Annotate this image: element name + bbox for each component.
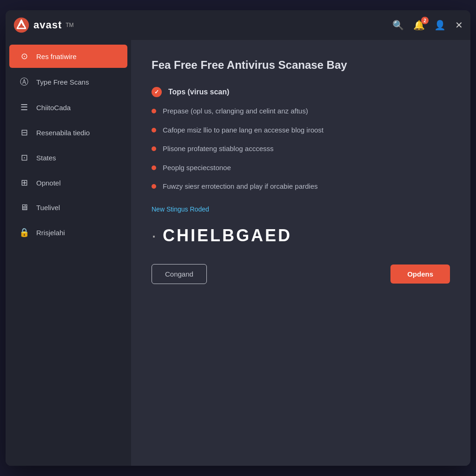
upgrade-badge: · CHIELBGAED xyxy=(152,226,450,245)
close-icon[interactable]: ✕ xyxy=(455,20,463,31)
content-area: Fea Free Free Antivirus Scanase Bay ✓ To… xyxy=(131,40,470,466)
sidebar-label-5: Opnotel xyxy=(36,179,61,187)
check-bullet: ✓ xyxy=(152,87,162,97)
dot-bullet-2 xyxy=(152,146,156,151)
sidebar-item-res-fnatiwire[interactable]: ⊙ Res fnatiwire xyxy=(9,45,127,68)
sidebar-label-1: Type Free Scans xyxy=(36,78,89,86)
sidebar-icon-7: 🔒 xyxy=(19,227,30,238)
notifications-icon[interactable]: 🔔 2 xyxy=(413,20,425,31)
sidebar-label-3: Resenabila tiedio xyxy=(36,129,90,137)
feature-item-0: Prepase (opl us, crlanging and celint an… xyxy=(152,106,450,117)
sidebar-item-rrisjelahi[interactable]: 🔒 Rrisjelahi xyxy=(9,221,127,244)
top-feature-label: Tops (virus scan) xyxy=(168,86,229,98)
sidebar-item-tuelivel[interactable]: 🖥 Tuelivel xyxy=(9,196,127,219)
primary-button[interactable]: Opdens xyxy=(390,264,450,284)
upgrade-badge-text: CHIELBGAED xyxy=(163,226,292,245)
app-window: avast TM 🔍 🔔 2 👤 ✕ ⊙ Res fnatiwire Ⓐ Typ… xyxy=(6,10,470,466)
sidebar-label-7: Rrisjelahi xyxy=(36,229,65,237)
feature-list: ✓ Tops (virus scan) Prepase (opl us, crl… xyxy=(152,86,450,192)
dot-bullet-0 xyxy=(152,109,156,113)
top-feature-item: ✓ Tops (virus scan) xyxy=(152,86,450,98)
sidebar-item-opnotel[interactable]: ⊞ Opnotel xyxy=(9,171,127,194)
sidebar-icon-2: ☰ xyxy=(19,102,30,112)
sidebar-item-type-free-scans[interactable]: Ⓐ Type Free Scans xyxy=(9,70,127,94)
main-layout: ⊙ Res fnatiwire Ⓐ Type Free Scans ☰ Chii… xyxy=(6,40,470,466)
feature-text-0: Prepase (opl us, crlanging and celint an… xyxy=(163,106,308,117)
secondary-button[interactable]: Congand xyxy=(152,264,207,284)
dot-bullet-3 xyxy=(152,165,156,170)
sidebar-icon-4: ⊡ xyxy=(19,152,30,163)
account-icon[interactable]: 👤 xyxy=(434,20,446,31)
sidebar-item-chiitocada[interactable]: ☰ ChiitoCada xyxy=(9,96,127,119)
sidebar-icon-5: ⊞ xyxy=(19,178,30,188)
logo-tm: TM xyxy=(66,22,73,28)
feature-text-1: Cafope msiz llio to pane lang en accesse… xyxy=(163,125,324,136)
new-features-link[interactable]: New Stingus Roded xyxy=(152,205,209,213)
feature-text-3: Peoplg speciecstonoe xyxy=(163,163,231,173)
sidebar-label-6: Tuelivel xyxy=(36,204,60,212)
feature-item-1: Cafope msiz llio to pane lang en accesse… xyxy=(152,125,450,136)
sidebar-item-resenabila-tiedio[interactable]: ⊟ Resenabila tiedio xyxy=(9,121,127,144)
logo-text: avast xyxy=(33,19,62,31)
feature-item-4: Fuwzy siesr errotection and play if orca… xyxy=(152,181,450,192)
notification-badge: 2 xyxy=(421,17,429,24)
sidebar-icon-1: Ⓐ xyxy=(19,76,30,87)
button-row: Congand Opdens xyxy=(152,264,450,284)
sidebar-item-states[interactable]: ⊡ States xyxy=(9,146,127,169)
content-title: Fea Free Free Antivirus Scanase Bay xyxy=(152,59,450,72)
feature-item-3: Peoplg speciecstonoe xyxy=(152,163,450,173)
feature-text-2: Plisone profateng stiablog acccesss xyxy=(163,144,273,154)
sidebar-icon-6: 🖥 xyxy=(19,203,30,212)
sidebar-label-4: States xyxy=(36,154,56,162)
sidebar-icon-0: ⊙ xyxy=(19,51,30,61)
sidebar-icon-3: ⊟ xyxy=(19,127,30,138)
sidebar-label-2: ChiitoCada xyxy=(36,104,71,112)
logo-area: avast TM xyxy=(13,17,392,33)
feature-item-2: Plisone profateng stiablog acccesss xyxy=(152,144,450,154)
upgrade-dash: · xyxy=(152,226,158,245)
search-icon[interactable]: 🔍 xyxy=(392,20,404,31)
dot-bullet-1 xyxy=(152,128,156,132)
title-bar: avast TM 🔍 🔔 2 👤 ✕ xyxy=(6,10,470,40)
feature-text-4: Fuwzy siesr errotection and play if orca… xyxy=(163,181,318,192)
dot-bullet-4 xyxy=(152,184,156,189)
avast-logo-icon xyxy=(13,17,30,33)
title-bar-icons: 🔍 🔔 2 👤 ✕ xyxy=(392,20,463,31)
sidebar-label-0: Res fnatiwire xyxy=(36,53,77,60)
sidebar: ⊙ Res fnatiwire Ⓐ Type Free Scans ☰ Chii… xyxy=(6,40,131,466)
